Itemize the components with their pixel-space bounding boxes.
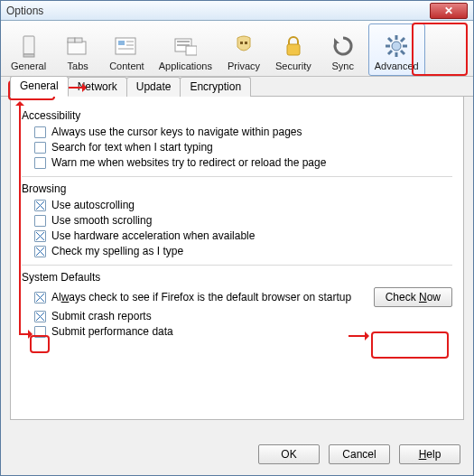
toolbar-label: Applications — [159, 61, 212, 71]
opt-label: Always use the cursor keys to navigate w… — [51, 126, 302, 138]
category-toolbar: General Tabs Content Applications Privac… — [1, 21, 473, 77]
svg-rect-15 — [245, 42, 247, 44]
opt-label: Check my spelling as I type — [51, 245, 183, 257]
group-system-defaults-title: System Defaults — [22, 271, 452, 284]
opt-label: Use autoscrolling — [51, 199, 135, 211]
close-button[interactable]: ✕ — [430, 3, 468, 19]
checkbox[interactable] — [34, 215, 46, 227]
opt-default-browser-check[interactable]: Always check to see if Firefox is the de… — [34, 291, 374, 303]
svg-line-25 — [388, 51, 392, 54]
svg-rect-14 — [240, 42, 243, 44]
svg-rect-7 — [126, 41, 134, 42]
toolbar-label: Tabs — [68, 61, 88, 71]
svg-rect-16 — [287, 44, 300, 55]
toolbar-label: Content — [109, 61, 144, 71]
checkbox[interactable] — [34, 246, 46, 257]
checkbox[interactable] — [34, 230, 46, 242]
security-icon — [281, 33, 306, 59]
opt-search-typing[interactable]: Search for text when I start typing — [34, 141, 452, 154]
svg-rect-8 — [126, 44, 134, 46]
opt-label: Always check to see if Firefox is the de… — [51, 291, 351, 303]
checkbox[interactable] — [34, 126, 46, 138]
svg-line-24 — [401, 38, 404, 42]
svg-rect-13 — [186, 46, 197, 55]
svg-rect-4 — [75, 38, 82, 42]
toolbar-security[interactable]: Security — [269, 23, 318, 76]
toolbar-content[interactable]: Content — [103, 23, 151, 76]
opt-label: Submit performance data — [51, 325, 173, 338]
checkbox[interactable] — [34, 326, 46, 338]
svg-rect-3 — [68, 38, 75, 42]
options-window: Options ✕ General Tabs Content Applica — [0, 0, 474, 476]
checkbox[interactable] — [34, 200, 46, 211]
checkbox[interactable] — [34, 157, 46, 169]
tabs-icon — [65, 33, 90, 59]
opt-label: Submit crash reports — [51, 310, 152, 322]
titlebar: Options ✕ — [1, 1, 473, 21]
applications-icon — [172, 33, 198, 59]
opt-cursor-keys[interactable]: Always use the cursor keys to navigate w… — [34, 126, 452, 138]
svg-rect-0 — [23, 36, 34, 54]
toolbar-applications[interactable]: Applications — [153, 23, 218, 76]
separator — [22, 176, 452, 177]
toolbar-label: General — [11, 61, 46, 71]
group-browsing-title: Browsing — [22, 182, 452, 195]
opt-smooth-scrolling[interactable]: Use smooth scrolling — [34, 214, 452, 227]
checkbox[interactable] — [34, 292, 46, 303]
subtab-update[interactable]: Update — [126, 77, 181, 97]
toolbar-label: Sync — [332, 61, 354, 71]
toolbar-label: Security — [275, 61, 311, 71]
opt-performance-data[interactable]: Submit performance data — [34, 325, 452, 338]
svg-rect-6 — [118, 41, 125, 45]
advanced-subtabs: General Network Update Encryption — [1, 77, 473, 97]
group-accessibility-title: Accessibility — [22, 109, 452, 122]
window-title: Options — [6, 5, 430, 17]
opt-autoscrolling[interactable]: Use autoscrolling — [34, 199, 452, 211]
checkbox[interactable] — [34, 142, 46, 154]
sync-icon — [330, 33, 356, 59]
opt-spellcheck[interactable]: Check my spelling as I type — [34, 245, 452, 257]
general-icon — [16, 33, 42, 59]
opt-hw-accel[interactable]: Use hardware acceleration when available — [34, 229, 452, 242]
help-button[interactable]: Help — [399, 444, 460, 464]
svg-rect-1 — [23, 54, 34, 57]
advanced-general-panel: Accessibility Always use the cursor keys… — [10, 97, 464, 420]
content-icon — [114, 33, 139, 59]
dialog-footer: OK Cancel Help — [258, 444, 460, 464]
checkbox[interactable] — [34, 311, 46, 322]
svg-line-23 — [401, 51, 404, 54]
opt-label: Use hardware acceleration when available — [51, 229, 255, 242]
svg-rect-2 — [68, 42, 86, 54]
toolbar-tabs[interactable]: Tabs — [54, 23, 101, 76]
separator — [22, 265, 452, 266]
toolbar-advanced[interactable]: Advanced — [368, 23, 425, 76]
advanced-icon — [384, 33, 409, 59]
opt-label: Search for text when I start typing — [51, 141, 213, 154]
svg-rect-11 — [177, 41, 190, 42]
svg-line-22 — [388, 38, 392, 42]
opt-label: Warn me when websites try to redirect or… — [51, 156, 326, 169]
svg-point-17 — [392, 42, 401, 51]
subtab-network[interactable]: Network — [68, 77, 127, 97]
toolbar-general[interactable]: General — [5, 23, 52, 76]
ok-button[interactable]: OK — [258, 444, 320, 464]
opt-crash-reports[interactable]: Submit crash reports — [34, 310, 452, 322]
toolbar-sync[interactable]: Sync — [320, 23, 367, 76]
svg-rect-9 — [118, 48, 134, 50]
subtab-general[interactable]: General — [10, 76, 69, 97]
privacy-icon — [231, 33, 256, 59]
cancel-button[interactable]: Cancel — [329, 444, 390, 464]
opt-label: Use smooth scrolling — [51, 214, 152, 227]
toolbar-privacy[interactable]: Privacy — [220, 23, 267, 76]
check-now-button[interactable]: Check Now — [374, 287, 452, 307]
toolbar-label: Advanced — [375, 61, 419, 71]
subtab-encryption[interactable]: Encryption — [180, 77, 251, 97]
opt-warn-redirect[interactable]: Warn me when websites try to redirect or… — [34, 156, 452, 169]
toolbar-label: Privacy — [228, 61, 260, 71]
